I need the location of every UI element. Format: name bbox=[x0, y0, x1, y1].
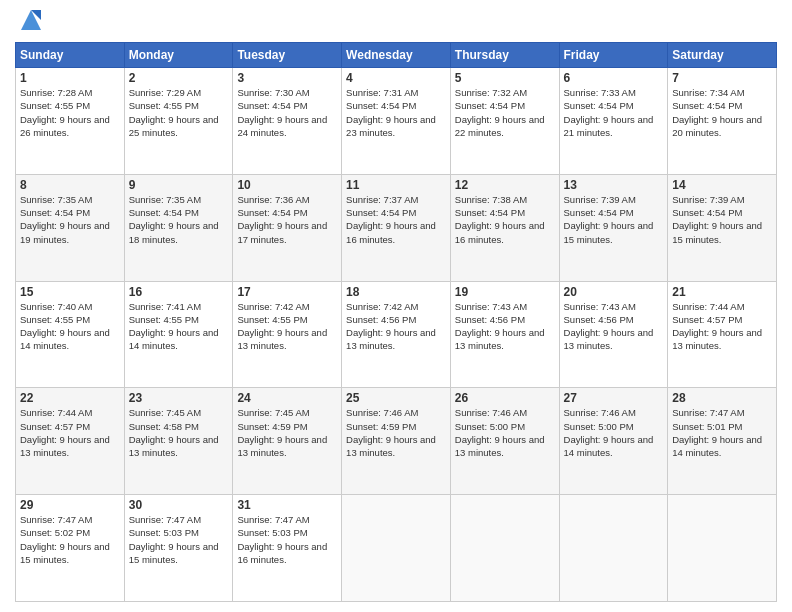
calendar-cell: 5Sunrise: 7:32 AMSunset: 4:54 PMDaylight… bbox=[450, 68, 559, 175]
day-number: 21 bbox=[672, 285, 772, 299]
day-info: Sunrise: 7:47 AMSunset: 5:01 PMDaylight:… bbox=[672, 406, 772, 459]
day-info: Sunrise: 7:46 AMSunset: 5:00 PMDaylight:… bbox=[455, 406, 555, 459]
day-number: 4 bbox=[346, 71, 446, 85]
day-number: 8 bbox=[20, 178, 120, 192]
day-number: 23 bbox=[129, 391, 229, 405]
calendar-cell: 14Sunrise: 7:39 AMSunset: 4:54 PMDayligh… bbox=[668, 174, 777, 281]
day-number: 12 bbox=[455, 178, 555, 192]
calendar-cell: 2Sunrise: 7:29 AMSunset: 4:55 PMDaylight… bbox=[124, 68, 233, 175]
day-header: Saturday bbox=[668, 43, 777, 68]
calendar-cell: 22Sunrise: 7:44 AMSunset: 4:57 PMDayligh… bbox=[16, 388, 125, 495]
calendar-cell: 8Sunrise: 7:35 AMSunset: 4:54 PMDaylight… bbox=[16, 174, 125, 281]
day-number: 19 bbox=[455, 285, 555, 299]
day-info: Sunrise: 7:44 AMSunset: 4:57 PMDaylight:… bbox=[672, 300, 772, 353]
calendar-cell: 26Sunrise: 7:46 AMSunset: 5:00 PMDayligh… bbox=[450, 388, 559, 495]
day-info: Sunrise: 7:33 AMSunset: 4:54 PMDaylight:… bbox=[564, 86, 664, 139]
calendar-cell: 17Sunrise: 7:42 AMSunset: 4:55 PMDayligh… bbox=[233, 281, 342, 388]
day-number: 31 bbox=[237, 498, 337, 512]
day-info: Sunrise: 7:43 AMSunset: 4:56 PMDaylight:… bbox=[564, 300, 664, 353]
day-number: 5 bbox=[455, 71, 555, 85]
calendar-cell: 16Sunrise: 7:41 AMSunset: 4:55 PMDayligh… bbox=[124, 281, 233, 388]
week-row: 1Sunrise: 7:28 AMSunset: 4:55 PMDaylight… bbox=[16, 68, 777, 175]
day-info: Sunrise: 7:35 AMSunset: 4:54 PMDaylight:… bbox=[129, 193, 229, 246]
calendar-cell: 3Sunrise: 7:30 AMSunset: 4:54 PMDaylight… bbox=[233, 68, 342, 175]
day-header: Friday bbox=[559, 43, 668, 68]
day-info: Sunrise: 7:45 AMSunset: 4:58 PMDaylight:… bbox=[129, 406, 229, 459]
calendar-cell: 13Sunrise: 7:39 AMSunset: 4:54 PMDayligh… bbox=[559, 174, 668, 281]
calendar-cell: 7Sunrise: 7:34 AMSunset: 4:54 PMDaylight… bbox=[668, 68, 777, 175]
calendar-cell: 18Sunrise: 7:42 AMSunset: 4:56 PMDayligh… bbox=[342, 281, 451, 388]
day-number: 2 bbox=[129, 71, 229, 85]
day-info: Sunrise: 7:42 AMSunset: 4:56 PMDaylight:… bbox=[346, 300, 446, 353]
day-number: 28 bbox=[672, 391, 772, 405]
calendar-cell: 1Sunrise: 7:28 AMSunset: 4:55 PMDaylight… bbox=[16, 68, 125, 175]
day-info: Sunrise: 7:32 AMSunset: 4:54 PMDaylight:… bbox=[455, 86, 555, 139]
day-info: Sunrise: 7:42 AMSunset: 4:55 PMDaylight:… bbox=[237, 300, 337, 353]
day-info: Sunrise: 7:46 AMSunset: 4:59 PMDaylight:… bbox=[346, 406, 446, 459]
day-info: Sunrise: 7:36 AMSunset: 4:54 PMDaylight:… bbox=[237, 193, 337, 246]
day-info: Sunrise: 7:31 AMSunset: 4:54 PMDaylight:… bbox=[346, 86, 446, 139]
day-header: Tuesday bbox=[233, 43, 342, 68]
day-header: Wednesday bbox=[342, 43, 451, 68]
calendar-cell: 21Sunrise: 7:44 AMSunset: 4:57 PMDayligh… bbox=[668, 281, 777, 388]
day-number: 22 bbox=[20, 391, 120, 405]
day-info: Sunrise: 7:38 AMSunset: 4:54 PMDaylight:… bbox=[455, 193, 555, 246]
day-header: Monday bbox=[124, 43, 233, 68]
calendar-cell bbox=[668, 495, 777, 602]
calendar-cell: 29Sunrise: 7:47 AMSunset: 5:02 PMDayligh… bbox=[16, 495, 125, 602]
day-info: Sunrise: 7:28 AMSunset: 4:55 PMDaylight:… bbox=[20, 86, 120, 139]
day-number: 15 bbox=[20, 285, 120, 299]
calendar-cell: 6Sunrise: 7:33 AMSunset: 4:54 PMDaylight… bbox=[559, 68, 668, 175]
day-header: Sunday bbox=[16, 43, 125, 68]
calendar-cell bbox=[342, 495, 451, 602]
week-row: 22Sunrise: 7:44 AMSunset: 4:57 PMDayligh… bbox=[16, 388, 777, 495]
day-info: Sunrise: 7:45 AMSunset: 4:59 PMDaylight:… bbox=[237, 406, 337, 459]
logo-icon bbox=[17, 6, 45, 34]
day-header: Thursday bbox=[450, 43, 559, 68]
day-number: 17 bbox=[237, 285, 337, 299]
day-number: 18 bbox=[346, 285, 446, 299]
week-row: 29Sunrise: 7:47 AMSunset: 5:02 PMDayligh… bbox=[16, 495, 777, 602]
day-info: Sunrise: 7:37 AMSunset: 4:54 PMDaylight:… bbox=[346, 193, 446, 246]
calendar-cell: 20Sunrise: 7:43 AMSunset: 4:56 PMDayligh… bbox=[559, 281, 668, 388]
calendar-cell: 19Sunrise: 7:43 AMSunset: 4:56 PMDayligh… bbox=[450, 281, 559, 388]
day-info: Sunrise: 7:43 AMSunset: 4:56 PMDaylight:… bbox=[455, 300, 555, 353]
calendar-cell: 27Sunrise: 7:46 AMSunset: 5:00 PMDayligh… bbox=[559, 388, 668, 495]
day-info: Sunrise: 7:47 AMSunset: 5:02 PMDaylight:… bbox=[20, 513, 120, 566]
day-number: 26 bbox=[455, 391, 555, 405]
day-number: 20 bbox=[564, 285, 664, 299]
day-number: 24 bbox=[237, 391, 337, 405]
day-number: 1 bbox=[20, 71, 120, 85]
header-row: SundayMondayTuesdayWednesdayThursdayFrid… bbox=[16, 43, 777, 68]
day-number: 11 bbox=[346, 178, 446, 192]
calendar-cell: 4Sunrise: 7:31 AMSunset: 4:54 PMDaylight… bbox=[342, 68, 451, 175]
day-info: Sunrise: 7:44 AMSunset: 4:57 PMDaylight:… bbox=[20, 406, 120, 459]
day-number: 13 bbox=[564, 178, 664, 192]
calendar-cell bbox=[450, 495, 559, 602]
calendar-cell: 23Sunrise: 7:45 AMSunset: 4:58 PMDayligh… bbox=[124, 388, 233, 495]
day-info: Sunrise: 7:40 AMSunset: 4:55 PMDaylight:… bbox=[20, 300, 120, 353]
calendar-cell: 9Sunrise: 7:35 AMSunset: 4:54 PMDaylight… bbox=[124, 174, 233, 281]
calendar-cell: 15Sunrise: 7:40 AMSunset: 4:55 PMDayligh… bbox=[16, 281, 125, 388]
day-number: 6 bbox=[564, 71, 664, 85]
day-info: Sunrise: 7:39 AMSunset: 4:54 PMDaylight:… bbox=[564, 193, 664, 246]
day-info: Sunrise: 7:30 AMSunset: 4:54 PMDaylight:… bbox=[237, 86, 337, 139]
day-info: Sunrise: 7:46 AMSunset: 5:00 PMDaylight:… bbox=[564, 406, 664, 459]
calendar-cell: 11Sunrise: 7:37 AMSunset: 4:54 PMDayligh… bbox=[342, 174, 451, 281]
day-number: 27 bbox=[564, 391, 664, 405]
calendar-cell: 28Sunrise: 7:47 AMSunset: 5:01 PMDayligh… bbox=[668, 388, 777, 495]
day-number: 16 bbox=[129, 285, 229, 299]
calendar-cell: 25Sunrise: 7:46 AMSunset: 4:59 PMDayligh… bbox=[342, 388, 451, 495]
day-info: Sunrise: 7:47 AMSunset: 5:03 PMDaylight:… bbox=[129, 513, 229, 566]
day-info: Sunrise: 7:47 AMSunset: 5:03 PMDaylight:… bbox=[237, 513, 337, 566]
day-info: Sunrise: 7:41 AMSunset: 4:55 PMDaylight:… bbox=[129, 300, 229, 353]
day-info: Sunrise: 7:29 AMSunset: 4:55 PMDaylight:… bbox=[129, 86, 229, 139]
day-number: 29 bbox=[20, 498, 120, 512]
day-number: 25 bbox=[346, 391, 446, 405]
calendar-cell: 30Sunrise: 7:47 AMSunset: 5:03 PMDayligh… bbox=[124, 495, 233, 602]
day-number: 7 bbox=[672, 71, 772, 85]
day-info: Sunrise: 7:35 AMSunset: 4:54 PMDaylight:… bbox=[20, 193, 120, 246]
header bbox=[15, 10, 777, 34]
page: SundayMondayTuesdayWednesdayThursdayFrid… bbox=[0, 0, 792, 612]
day-number: 9 bbox=[129, 178, 229, 192]
